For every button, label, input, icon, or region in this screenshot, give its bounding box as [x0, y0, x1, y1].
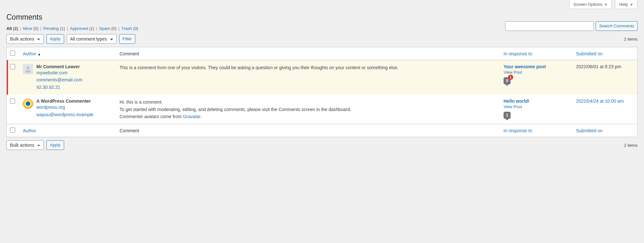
- sort-asc-icon: ▲: [37, 52, 41, 56]
- gravatar-link[interactable]: Gravatar: [183, 114, 200, 119]
- screen-options-label: Screen Options: [573, 2, 602, 7]
- bulk-actions-select[interactable]: Bulk actions: [6, 140, 44, 150]
- comment-type-select[interactable]: All comment types: [67, 34, 117, 44]
- help-label: Help: [619, 2, 628, 7]
- comments-table: Author▲ Comment In response to Submitted…: [6, 47, 638, 137]
- comment-count-bubble[interactable]: 1: [504, 112, 511, 119]
- col-response[interactable]: In response to: [500, 124, 573, 137]
- select-all-checkbox[interactable]: [10, 127, 15, 133]
- response-post-title[interactable]: Hello world!: [504, 98, 529, 104]
- submitted-date[interactable]: 2022/04/24 at 10:00 am: [576, 98, 624, 104]
- item-count: 2 items: [624, 143, 638, 148]
- author-url[interactable]: wordpress.org: [36, 104, 93, 111]
- col-response[interactable]: In response to: [500, 47, 573, 60]
- help-button[interactable]: Help ▼: [615, 0, 638, 9]
- comment-row: A WordPress Commenter wordpress.org wapu…: [7, 95, 637, 124]
- submitted-date: 2022/06/01 at 6:23 pm: [573, 60, 637, 95]
- col-submitted[interactable]: Submitted on: [573, 47, 637, 60]
- select-all-checkbox[interactable]: [10, 51, 15, 56]
- search-input[interactable]: [505, 21, 594, 31]
- author-name: Mr Comment Leaver: [36, 64, 82, 69]
- chevron-down-icon: ▼: [604, 3, 608, 6]
- col-submitted[interactable]: Submitted on: [573, 124, 637, 137]
- pending-badge: 1: [508, 75, 513, 80]
- chevron-down-icon: ▼: [630, 3, 633, 6]
- filter-all[interactable]: All (2): [6, 26, 18, 31]
- author-ip[interactable]: 92.30.92.21: [36, 84, 82, 91]
- filter-trash[interactable]: Trash: [121, 26, 132, 31]
- screen-options-button[interactable]: Screen Options ▼: [569, 0, 612, 9]
- svg-point-0: [26, 66, 29, 69]
- response-post-title[interactable]: Your awesome post: [504, 64, 546, 69]
- view-post-link[interactable]: View Post: [504, 104, 570, 109]
- apply-button[interactable]: Apply: [46, 140, 64, 150]
- view-post-link[interactable]: View Post: [504, 70, 570, 75]
- author-email[interactable]: comments@email.com: [36, 76, 82, 83]
- comment-content: Hi, this is a comment. To get started wi…: [116, 95, 500, 124]
- comment-content: This is a comment from one of your visit…: [116, 60, 500, 95]
- avatar: [23, 98, 33, 109]
- author-name: A WordPress Commenter: [36, 98, 93, 104]
- author-email[interactable]: wapuu@wordpress.example: [36, 111, 93, 118]
- row-checkbox[interactable]: [10, 98, 15, 104]
- row-checkbox[interactable]: [10, 64, 15, 69]
- filter-approved[interactable]: Approved: [70, 26, 88, 31]
- col-comment: Comment: [116, 124, 500, 137]
- col-author[interactable]: Author▲: [20, 47, 116, 60]
- item-count: 2 items: [624, 37, 638, 42]
- apply-button[interactable]: Apply: [46, 34, 64, 44]
- search-button[interactable]: Search Comments: [596, 21, 638, 31]
- filter-button[interactable]: Filter: [119, 34, 136, 44]
- avatar: [23, 64, 33, 74]
- comment-row: Mr Comment Leaver mywebsite.com comments…: [7, 60, 637, 95]
- filter-pending[interactable]: Pending: [43, 26, 59, 31]
- author-url[interactable]: mywebsite.com: [36, 69, 82, 76]
- col-author[interactable]: Author: [20, 124, 116, 137]
- filter-mine[interactable]: Mine: [23, 26, 32, 31]
- col-comment: Comment: [116, 47, 500, 60]
- filter-spam[interactable]: Spam: [99, 26, 110, 31]
- bulk-actions-select[interactable]: Bulk actions: [6, 34, 44, 44]
